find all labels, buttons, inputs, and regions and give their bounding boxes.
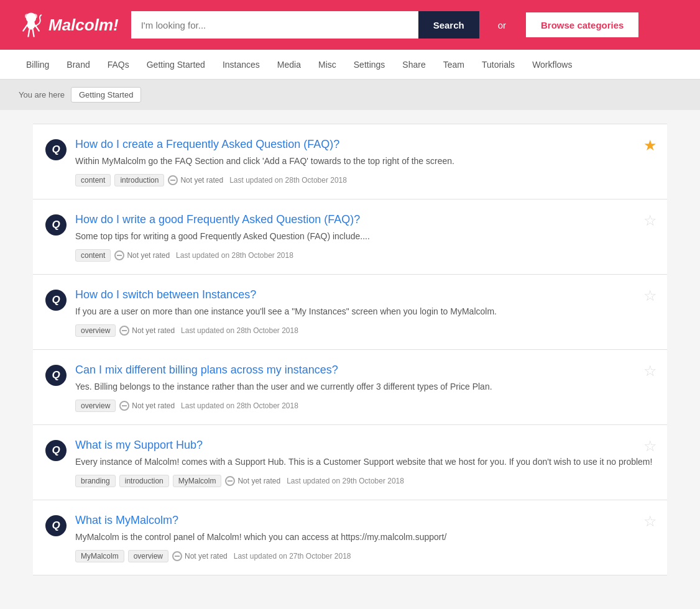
article-body: How do I write a good Frequently Asked Q… xyxy=(75,213,655,262)
last-updated-text: Last updated on 28th October 2018 xyxy=(229,176,347,185)
article-meta: brandingintroductionMyMalcolmNot yet rat… xyxy=(75,475,655,487)
rating-text: Not yet rated xyxy=(132,326,175,335)
q-icon: Q xyxy=(45,515,67,536)
article-title[interactable]: How do I create a Frequently Asked Quest… xyxy=(75,138,655,151)
article-tag[interactable]: branding xyxy=(75,475,116,487)
svg-line-7 xyxy=(33,30,34,37)
svg-point-3 xyxy=(27,19,35,29)
article-body: How do I switch between Instances?If you… xyxy=(75,288,655,337)
article-card: QCan I mix different billing plans acros… xyxy=(33,350,667,425)
search-input[interactable] xyxy=(131,11,418,39)
logo-monkey-icon xyxy=(19,9,44,40)
article-title[interactable]: What is my Support Hub? xyxy=(75,439,655,452)
article-excerpt: If you are a user on more than one insta… xyxy=(75,305,655,318)
logo-text: Malcolm! xyxy=(48,16,119,35)
article-tag[interactable]: MyMalcolm xyxy=(75,550,124,562)
rating-tag: Not yet rated xyxy=(119,401,175,411)
nav-item-workflows[interactable]: Workflows xyxy=(525,55,579,75)
svg-line-6 xyxy=(28,30,29,37)
q-icon: Q xyxy=(45,214,67,236)
rating-text: Not yet rated xyxy=(185,552,228,561)
article-body: How do I create a Frequently Asked Quest… xyxy=(75,138,655,186)
article-excerpt: Within MyMalcolm go the FAQ Section and … xyxy=(75,155,655,168)
article-meta: contentNot yet ratedLast updated on 28th… xyxy=(75,249,655,262)
article-meta: overviewNot yet ratedLast updated on 28t… xyxy=(75,400,655,412)
svg-point-1 xyxy=(25,14,29,18)
star-button[interactable]: ☆ xyxy=(643,212,657,229)
svg-point-2 xyxy=(33,14,37,18)
search-button[interactable]: Search xyxy=(418,11,479,39)
article-body: What is my Support Hub?Every instance of… xyxy=(75,439,655,487)
article-excerpt: Yes. Billing belongs to the instance rat… xyxy=(75,380,655,393)
logo: Malcolm! xyxy=(19,9,119,40)
nav-item-faqs[interactable]: FAQs xyxy=(100,55,137,75)
article-title[interactable]: How do I write a good Frequently Asked Q… xyxy=(75,213,655,226)
rating-tag: Not yet rated xyxy=(114,250,170,260)
nav-item-team[interactable]: Team xyxy=(436,55,472,75)
rating-circle-icon xyxy=(172,551,182,561)
article-title[interactable]: Can I mix different billing plans across… xyxy=(75,364,655,377)
rating-circle-icon xyxy=(168,175,178,185)
article-card: QHow do I write a good Frequently Asked … xyxy=(33,199,667,275)
nav-item-settings[interactable]: Settings xyxy=(346,55,393,75)
nav-item-billing[interactable]: Billing xyxy=(19,55,57,75)
nav-item-tutorials[interactable]: Tutorials xyxy=(474,55,522,75)
rating-circle-icon xyxy=(114,250,124,260)
article-title[interactable]: What is MyMalcolm? xyxy=(75,514,655,527)
last-updated-text: Last updated on 27th October 2018 xyxy=(234,552,351,561)
breadcrumb-current[interactable]: Getting Started xyxy=(71,87,141,103)
nav-bar: BillingBrandFAQsGetting StartedInstances… xyxy=(0,50,700,80)
star-button[interactable]: ☆ xyxy=(643,287,657,304)
last-updated-text: Last updated on 28th October 2018 xyxy=(181,326,298,335)
article-tag[interactable]: introduction xyxy=(119,475,169,487)
nav-item-instances[interactable]: Instances xyxy=(215,55,267,75)
nav-item-share[interactable]: Share xyxy=(395,55,433,75)
last-updated-text: Last updated on 28th October 2018 xyxy=(176,251,293,260)
article-card: QHow do I switch between Instances?If yo… xyxy=(33,275,667,350)
nav-item-media[interactable]: Media xyxy=(270,55,308,75)
nav-item-getting-started[interactable]: Getting Started xyxy=(139,55,213,75)
article-excerpt: Every instance of Malcolm! comes with a … xyxy=(75,456,655,469)
article-card: QWhat is MyMalcolm?MyMalcolm is the cont… xyxy=(33,500,667,575)
browse-categories-button[interactable]: Browse categories xyxy=(525,11,640,39)
article-title[interactable]: How do I switch between Instances? xyxy=(75,288,655,301)
article-tag[interactable]: introduction xyxy=(114,174,164,186)
article-meta: MyMalcolmoverviewNot yet ratedLast updat… xyxy=(75,550,655,562)
nav-item-misc[interactable]: Misc xyxy=(311,55,344,75)
or-text: or xyxy=(492,20,512,30)
rating-text: Not yet rated xyxy=(132,401,175,410)
article-tag[interactable]: content xyxy=(75,249,111,262)
content-area: QHow do I create a Frequently Asked Ques… xyxy=(21,110,679,582)
article-body: What is MyMalcolm?MyMalcolm is the contr… xyxy=(75,514,655,562)
rating-text: Not yet rated xyxy=(180,176,223,185)
rating-circle-icon xyxy=(119,401,129,411)
article-excerpt: MyMalcolm is the control panel of Malcol… xyxy=(75,531,655,544)
article-tag[interactable]: content xyxy=(75,174,111,186)
breadcrumb: You are here Getting Started xyxy=(0,80,700,110)
you-are-here-text: You are here xyxy=(19,90,65,99)
star-button[interactable]: ☆ xyxy=(643,513,657,530)
rating-circle-icon xyxy=(119,326,129,336)
article-excerpt: Some top tips for writing a good Frequen… xyxy=(75,230,655,243)
q-icon: Q xyxy=(45,290,67,311)
article-tag[interactable]: overview xyxy=(75,400,116,412)
q-icon: Q xyxy=(45,365,67,386)
star-button[interactable]: ☆ xyxy=(643,437,657,455)
rating-tag: Not yet rated xyxy=(119,326,175,336)
last-updated-text: Last updated on 28th October 2018 xyxy=(181,401,298,410)
rating-text: Not yet rated xyxy=(127,251,170,260)
rating-text: Not yet rated xyxy=(237,477,280,485)
article-tag[interactable]: overview xyxy=(128,550,168,562)
search-wrapper: Search xyxy=(131,11,479,39)
rating-tag: Not yet rated xyxy=(225,476,280,486)
star-button[interactable]: ☆ xyxy=(643,362,657,380)
article-meta: contentintroductionNot yet ratedLast upd… xyxy=(75,174,655,186)
article-tag[interactable]: overview xyxy=(75,324,116,337)
article-meta: overviewNot yet ratedLast updated on 28t… xyxy=(75,324,655,337)
article-tag[interactable]: MyMalcolm xyxy=(173,475,222,487)
rating-tag: Not yet rated xyxy=(172,551,228,561)
nav-item-brand[interactable]: Brand xyxy=(59,55,97,75)
article-card: QHow do I create a Frequently Asked Ques… xyxy=(33,124,667,199)
star-button[interactable]: ★ xyxy=(643,137,657,154)
rating-tag: Not yet rated xyxy=(168,175,223,185)
